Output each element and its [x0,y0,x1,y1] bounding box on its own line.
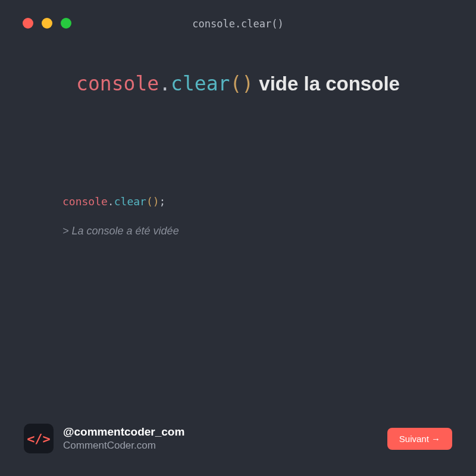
logo-icon: </> [24,424,54,453]
headline-code-dot: . [159,72,171,95]
code-paren-close: ) [153,195,159,208]
headline: console.clear() vide la console [0,71,476,97]
headline-text: vide la console [253,73,400,95]
headline-paren-close: ) [242,72,253,95]
footer-text: @commentcoder_com CommentCoder.com [63,425,184,452]
code-semicolon: ; [159,195,166,208]
code-method: clear [114,195,146,208]
code-paren-open: ( [146,195,153,208]
window-title: console.clear() [0,18,476,30]
headline-code-method: clear [171,72,230,95]
headline-code-object: console [76,72,159,95]
next-button[interactable]: Suivant → [387,428,452,450]
code-dot: . [108,195,114,208]
footer: </> @commentcoder_com CommentCoder.com S… [24,424,452,453]
site-name: CommentCoder.com [63,440,184,452]
console-output: > La console a été vidée [62,225,179,237]
footer-branding: </> @commentcoder_com CommentCoder.com [24,424,184,453]
code-object: console [62,195,108,208]
headline-paren-open: ( [230,72,242,95]
social-handle: @commentcoder_com [63,425,184,439]
code-example: console.clear(); [62,195,165,208]
